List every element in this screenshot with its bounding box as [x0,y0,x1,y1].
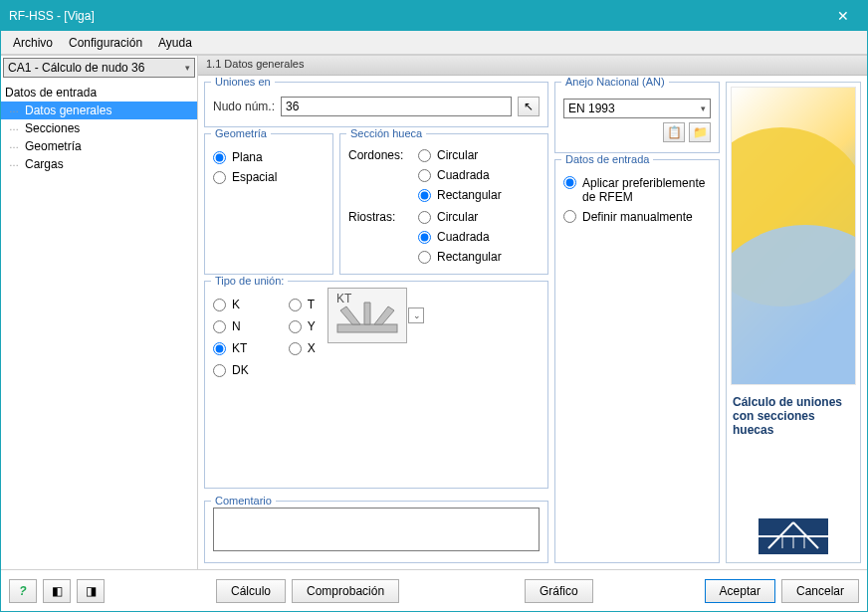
legend-datos-entrada: Datos de entrada [561,153,653,165]
menu-help[interactable]: Ayuda [150,33,200,53]
help-icon: ? [19,584,26,598]
radio-cordones-rectangular[interactable]: Rectangular [418,188,502,202]
tree-item-datos-generales[interactable]: Datos generales [1,102,197,119]
tree-root[interactable]: Datos de entrada [1,84,197,102]
close-button[interactable]: ✕ [827,4,859,28]
radio-kt[interactable]: KT [213,341,249,355]
radio-x[interactable]: X [289,341,316,355]
svg-rect-1 [337,324,397,332]
clipboard-icon: 📋 [667,125,682,139]
case-combo-value: CA1 - Cálculo de nudo 36 [8,61,144,75]
group-datos-entrada: Datos de entrada Aplicar preferiblemente… [554,159,720,563]
legend-anejo: Anejo Nacional (AN) [561,76,669,88]
cordones-label: Cordones: [348,148,410,202]
menu-file[interactable]: Archivo [5,33,61,53]
radio-cordones-circular[interactable]: Circular [418,148,502,162]
group-comentario: Comentario [204,501,548,563]
group-uniones: Uniones en Nudo núm.: ↖ [204,82,548,127]
nav-next-button[interactable]: ◨ [77,579,105,603]
nudo-label: Nudo núm.: [213,100,275,113]
help-button[interactable]: ? [9,579,37,603]
comprobacion-button[interactable]: Comprobación [292,579,399,603]
brand-art: RF-HSS [731,87,856,385]
chevron-down-icon: ▾ [701,103,706,113]
calculo-button[interactable]: Cálculo [216,579,286,603]
brand-name: RF-HSS [763,380,849,385]
nudo-input[interactable] [281,97,512,116]
pick-icon: ↖ [524,100,534,113]
brand-panel: RF-HSS Cálculo de uniones con secciones … [726,82,861,563]
kt-joint-icon: KT [332,293,402,338]
group-tipo-union: Tipo de unión: K N KT DK T [204,281,548,489]
nav-icon: ◨ [86,584,97,598]
case-combo[interactable]: CA1 - Cálculo de nudo 36 ▾ [3,58,195,78]
svg-text:KT: KT [336,293,352,306]
tipo-preview-dropdown[interactable]: KT ⌄ [327,288,407,343]
folder-icon: 📁 [693,125,708,139]
aceptar-button[interactable]: Aceptar [705,579,775,603]
tree-item-geometria[interactable]: Geometría [1,137,197,155]
group-anejo: Anejo Nacional (AN) EN 1993 ▾ 📋 📁 [554,82,720,153]
chevron-down-icon: ▾ [185,63,190,73]
legend-geometria: Geometría [211,127,271,139]
anejo-btn-2[interactable]: 📁 [689,122,711,142]
cancelar-button[interactable]: Cancelar [781,579,859,603]
anejo-select-value: EN 1993 [568,102,615,115]
brand-desc: Cálculo de uniones con secciones huecas [731,391,856,441]
radio-cordones-cuadrada[interactable]: Cuadrada [418,168,502,182]
radio-y[interactable]: Y [289,319,316,333]
radio-riostras-rectangular[interactable]: Rectangular [418,250,502,264]
window-title: RF-HSS - [Viga] [9,9,827,23]
nav-icon: ◧ [52,584,63,598]
radio-n[interactable]: N [213,319,249,333]
pick-node-button[interactable]: ↖ [518,97,540,116]
anejo-btn-1[interactable]: 📋 [663,122,685,142]
riostras-label: Riostras: [348,210,410,264]
tree-item-cargas[interactable]: Cargas [1,155,197,173]
radio-k[interactable]: K [213,298,249,311]
tree-item-secciones[interactable]: Secciones [1,119,197,137]
legend-uniones: Uniones en [211,76,275,88]
group-geometria: Geometría Plana Espacial [204,133,333,275]
anejo-select[interactable]: EN 1993 ▾ [563,99,711,118]
svg-marker-3 [364,303,370,324]
radio-riostras-cuadrada[interactable]: Cuadrada [418,230,502,244]
svg-marker-4 [374,306,394,324]
radio-riostras-circular[interactable]: Circular [418,210,502,224]
svg-marker-2 [340,306,360,324]
group-seccion-hueca: Sección hueca Cordones: Circular Cuadrad… [339,133,548,275]
radio-manual[interactable]: Definir manualmente [563,210,711,224]
legend-comentario: Comentario [211,495,276,507]
radio-espacial[interactable]: Espacial [213,170,325,184]
radio-t[interactable]: T [289,298,316,311]
radio-rfem[interactable]: Aplicar preferiblemente de RFEM [563,176,711,204]
legend-tipo: Tipo de unión: [211,275,288,287]
radio-dk[interactable]: DK [213,363,249,377]
menu-config[interactable]: Configuración [61,33,150,53]
brand-logo [731,514,856,558]
grafico-button[interactable]: Gráfico [525,579,593,603]
comentario-textarea[interactable] [213,508,540,551]
legend-seccion-hueca: Sección hueca [346,127,426,139]
nav-prev-button[interactable]: ◧ [43,579,71,603]
section-header: 1.1 Datos generales [198,56,867,76]
radio-plana[interactable]: Plana [213,150,325,164]
